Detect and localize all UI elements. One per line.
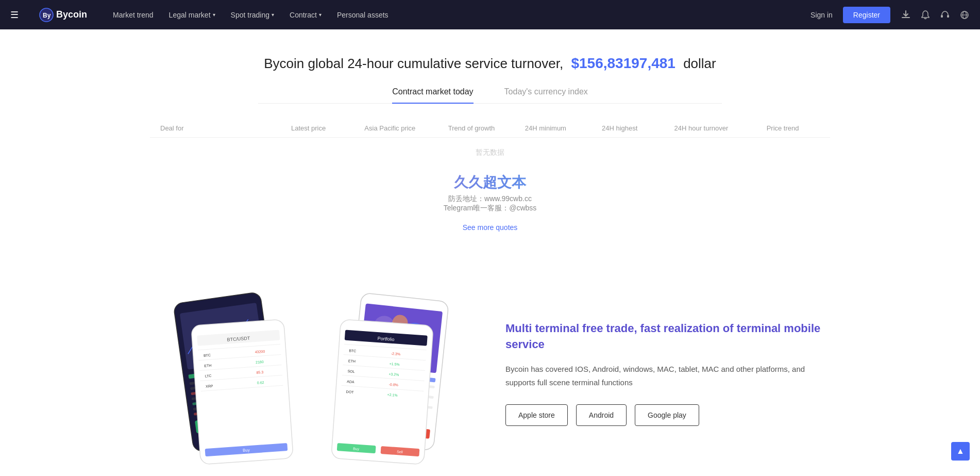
apple-store-button[interactable]: Apple store (505, 404, 568, 426)
globe-icon[interactable] (959, 10, 970, 20)
hero-headline-post: dollar (683, 56, 716, 71)
svg-text:By: By (43, 12, 51, 19)
tab-contract-market[interactable]: Contract market today (392, 87, 473, 104)
phone-mockups: Submit (150, 283, 475, 464)
watermark-text-3: Telegram唯一客服：@cwbss (155, 204, 825, 213)
navbar-right: Sign in Register (810, 7, 970, 23)
nav-spot-trading-label: Spot trading (231, 11, 270, 19)
watermark-area: 久久超文本 防丢地址：www.99cwb.cc Telegram唯一客服：@cw… (150, 168, 830, 218)
chevron-down-icon: ▾ (272, 12, 274, 18)
svg-text:BTC: BTC (349, 349, 356, 353)
svg-text:BTC: BTC (204, 353, 211, 357)
sign-in-link[interactable]: Sign in (810, 11, 833, 19)
svg-text:+1.5%: +1.5% (389, 362, 399, 366)
col-asia-pacific: Asia Pacific price (346, 124, 435, 132)
google-play-button[interactable]: Google play (635, 404, 699, 426)
col-price-trend: Price trend (746, 124, 820, 132)
svg-text:0.62: 0.62 (257, 381, 264, 385)
svg-text:-0.8%: -0.8% (388, 383, 398, 387)
svg-text:Sell: Sell (397, 450, 403, 454)
svg-text:ETH: ETH (204, 364, 211, 368)
hamburger-icon[interactable]: ☰ (10, 9, 19, 21)
svg-text:ETH: ETH (348, 359, 356, 363)
nav-personal-assets-label: Personal assets (337, 11, 388, 19)
register-button[interactable]: Register (843, 7, 890, 23)
svg-text:LTC: LTC (205, 374, 212, 378)
svg-rect-3 (941, 15, 943, 18)
no-data-text: 暂无数据 (150, 138, 830, 168)
navbar: ☰ By Bycoin Market trend Legal market ▾ … (0, 0, 980, 29)
nav-contract[interactable]: Contract ▾ (290, 11, 322, 19)
hero-headline: Bycoin global 24-hour cumulative service… (10, 55, 970, 72)
chevron-down-icon: ▾ (213, 12, 215, 18)
svg-text:DOT: DOT (346, 390, 354, 394)
svg-rect-4 (947, 15, 949, 18)
svg-text:-2.3%: -2.3% (391, 352, 401, 356)
nav-contract-label: Contract (290, 11, 317, 19)
phones-illustration: Submit (158, 281, 467, 466)
market-table: Deal for Latest price Asia Pacific price… (129, 119, 851, 237)
svg-text:+3.2%: +3.2% (388, 372, 399, 376)
hero-amount: $156,83197,481 (571, 55, 675, 71)
chevron-down-icon: ▾ (319, 12, 322, 18)
tab-currency-index[interactable]: Today's currency index (504, 87, 588, 104)
hero-section: Bycoin global 24-hour cumulative service… (0, 29, 980, 262)
bell-icon[interactable] (920, 10, 931, 20)
svg-text:ADA: ADA (347, 380, 354, 384)
col-24h-min: 24H minimum (509, 124, 583, 132)
nav-legal-market-label: Legal market (169, 11, 211, 19)
android-button[interactable]: Android (576, 404, 627, 426)
svg-text:XRP: XRP (206, 384, 213, 388)
svg-rect-2 (902, 17, 910, 18)
nav-market-trend[interactable]: Market trend (113, 11, 154, 19)
col-latest-price: Latest price (272, 124, 346, 132)
navbar-left: ☰ By Bycoin Market trend Legal market ▾ … (10, 8, 810, 22)
hero-headline-pre: Bycoin global 24-hour cumulative service… (264, 56, 563, 71)
nav-personal-assets[interactable]: Personal assets (337, 11, 388, 19)
nav-icons (901, 10, 970, 20)
headset-icon[interactable] (940, 10, 950, 20)
scroll-to-top-button[interactable]: ▲ (951, 442, 970, 461)
app-title: Multi terminal free trade, fast realizat… (505, 321, 830, 353)
market-tabs: Contract market today Today's currency i… (258, 87, 722, 104)
svg-text:Buy: Buy (243, 448, 250, 453)
app-description: Bycoin has covered IOS, Android, windows… (505, 363, 830, 389)
col-trend-growth: Trend of growth (434, 124, 509, 132)
nav-spot-trading[interactable]: Spot trading ▾ (231, 11, 275, 19)
svg-text:SOL: SOL (347, 369, 355, 373)
see-more-quotes[interactable]: See more quotes (150, 218, 830, 237)
app-download-buttons: Apple store Android Google play (505, 404, 830, 426)
col-24h-max: 24H highest (583, 124, 657, 132)
watermark-text-1: 久久超文本 (155, 173, 825, 192)
watermark-text-2: 防丢地址：www.99cwb.cc (155, 194, 825, 204)
logo-text: Bycoin (56, 9, 87, 20)
app-info: Multi terminal free trade, fast realizat… (495, 321, 830, 426)
bottom-watermark: www.99cwb.cc (0, 474, 980, 476)
svg-text:2180: 2180 (256, 360, 264, 364)
download-icon[interactable] (901, 10, 911, 20)
svg-text:+2.1%: +2.1% (387, 393, 397, 397)
svg-text:85.3: 85.3 (256, 370, 263, 374)
logo[interactable]: By Bycoin (39, 8, 87, 22)
nav-legal-market[interactable]: Legal market ▾ (169, 11, 215, 19)
nav-market-trend-label: Market trend (113, 11, 154, 19)
table-header-row: Deal for Latest price Asia Pacific price… (150, 119, 830, 138)
col-24h-turnover: 24H hour turnover (657, 124, 746, 132)
app-section: Submit (129, 273, 851, 474)
svg-text:43200: 43200 (255, 350, 265, 354)
logo-icon: By (39, 8, 54, 22)
col-deal-for: Deal for (160, 124, 272, 132)
